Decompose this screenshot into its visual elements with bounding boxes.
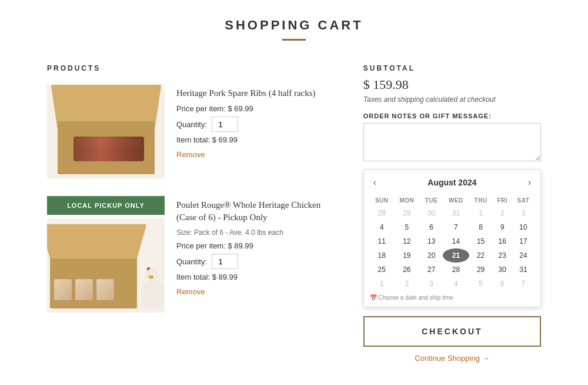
quantity-input-ribs[interactable] bbox=[212, 117, 238, 132]
calendar-day[interactable]: 31 bbox=[512, 263, 534, 277]
calendar-header: ‹ August 2024 › bbox=[370, 176, 534, 189]
checkout-button[interactable]: CHECKOUT bbox=[363, 316, 541, 347]
calendar-week-row: 1234567 bbox=[370, 277, 534, 291]
calendar-day: 31 bbox=[443, 206, 469, 220]
calendar-day[interactable]: 26 bbox=[394, 263, 420, 277]
products-section: PRODUCTS Heritage Pork Spare Ribs (4 hal… bbox=[47, 64, 340, 363]
cal-day-wed: WED bbox=[443, 195, 469, 206]
remove-link-ribs[interactable]: Remove bbox=[176, 150, 205, 159]
calendar-week-row: 18192021222324 bbox=[370, 248, 534, 263]
calendar-day[interactable]: 17 bbox=[512, 234, 534, 248]
continue-shopping-link[interactable]: Continue Shopping → bbox=[363, 354, 541, 363]
calendar-day: 6 bbox=[493, 277, 512, 291]
calendar-day: 3 bbox=[420, 277, 443, 291]
chicken-pkg-2 bbox=[75, 278, 93, 301]
product-name-ribs: Heritage Pork Spare Ribs (4 half racks) bbox=[176, 87, 340, 99]
calendar-day[interactable]: 20 bbox=[420, 248, 443, 263]
chicken-beak bbox=[149, 276, 153, 278]
products-label: PRODUCTS bbox=[47, 64, 340, 72]
calendar-day[interactable]: 13 bbox=[420, 234, 443, 248]
calendar-day[interactable]: 27 bbox=[420, 263, 443, 277]
calendar-day[interactable]: 6 bbox=[420, 220, 443, 234]
calendar-day: 30 bbox=[420, 206, 443, 220]
product-image-chicken bbox=[47, 218, 165, 313]
subtotal-section: SUBTOTAL $ 159.98 Taxes and shipping cal… bbox=[363, 64, 541, 363]
calendar-day[interactable]: 15 bbox=[469, 234, 493, 248]
calendar-footer-text: 📅 Choose a date and ship time bbox=[370, 294, 453, 301]
cal-day-sun: SUN bbox=[370, 195, 394, 206]
price-label-chicken: Price per item: bbox=[176, 241, 226, 250]
calendar-container: ‹ August 2024 › SUN MON TUE WED THU FRI … bbox=[363, 170, 541, 307]
remove-link-chicken[interactable]: Remove bbox=[176, 287, 205, 296]
calendar-day[interactable]: 8 bbox=[469, 220, 493, 234]
calendar-day[interactable]: 19 bbox=[394, 248, 420, 263]
calendar-prev-btn[interactable]: ‹ bbox=[370, 176, 380, 189]
chicken-body bbox=[141, 279, 165, 308]
product-image-wrap-ribs bbox=[47, 84, 165, 178]
product-name-chicken: Poulet Rouge® Whole Heritage Chicken (Ca… bbox=[176, 199, 340, 224]
subtotal-note: Taxes and shipping calculated at checkou… bbox=[363, 95, 541, 104]
calendar-day[interactable]: 18 bbox=[370, 248, 394, 263]
calendar-day[interactable]: 7 bbox=[443, 220, 469, 234]
calendar-day: 1 bbox=[370, 277, 394, 291]
cal-day-fri: FRI bbox=[493, 195, 512, 206]
calendar-week-row: 28293031123 bbox=[370, 206, 534, 220]
order-notes-label: ORDER NOTES OR GIFT MESSAGE: bbox=[363, 112, 541, 120]
calendar-next-btn[interactable]: › bbox=[524, 176, 534, 189]
product-details-ribs: Heritage Pork Spare Ribs (4 half racks) … bbox=[176, 84, 340, 178]
page-header: SHOPPING CART bbox=[0, 0, 588, 47]
product-item-chicken: LOCAL PICKUP ONLY bbox=[47, 196, 340, 313]
calendar-day[interactable]: 28 bbox=[443, 263, 469, 277]
local-pickup-badge: LOCAL PICKUP ONLY bbox=[47, 196, 165, 215]
chicken-bird-figure bbox=[140, 267, 165, 308]
calendar-week-row: 45678910 bbox=[370, 220, 534, 234]
calendar-day[interactable]: 24 bbox=[512, 248, 534, 263]
calendar-day: 5 bbox=[469, 277, 493, 291]
product-total-chicken: Item total: $ 89.99 bbox=[176, 273, 340, 281]
calendar-week-row: 25262728293031 bbox=[370, 263, 534, 277]
total-label-ribs: Item total: bbox=[176, 135, 210, 144]
calendar-footer: 📅 Choose a date and ship time bbox=[370, 294, 534, 301]
calendar-day[interactable]: 10 bbox=[512, 220, 534, 234]
calendar-day[interactable]: 21 bbox=[443, 248, 469, 263]
ribs-illustration bbox=[55, 89, 158, 174]
main-content: PRODUCTS Heritage Pork Spare Ribs (4 hal… bbox=[0, 47, 588, 380]
calendar-day[interactable]: 12 bbox=[394, 234, 420, 248]
ribs-meat bbox=[74, 137, 144, 161]
calendar-day: 7 bbox=[512, 277, 534, 291]
calendar-day: 29 bbox=[394, 206, 420, 220]
price-label-ribs: Price per item: bbox=[176, 104, 226, 113]
calendar-day: 1 bbox=[469, 206, 493, 220]
product-item-ribs: Heritage Pork Spare Ribs (4 half racks) … bbox=[47, 84, 340, 178]
chicken-box bbox=[50, 247, 137, 308]
calendar-day[interactable]: 23 bbox=[493, 248, 512, 263]
chicken-pkg-1 bbox=[54, 278, 72, 301]
calendar-week-row: 11121314151617 bbox=[370, 234, 534, 248]
calendar-day[interactable]: 25 bbox=[370, 263, 394, 277]
calendar-day[interactable]: 16 bbox=[493, 234, 512, 248]
quantity-input-chicken[interactable] bbox=[212, 254, 238, 269]
product-details-chicken: Poulet Rouge® Whole Heritage Chicken (Ca… bbox=[176, 196, 340, 313]
qty-label-chicken: Quantity: bbox=[176, 257, 207, 266]
product-size-chicken: Size: Pack of 6 - Ave. 4.0 lbs each bbox=[176, 228, 340, 237]
calendar-day[interactable]: 29 bbox=[469, 263, 493, 277]
calendar-day[interactable]: 30 bbox=[493, 263, 512, 277]
calendar-day[interactable]: 14 bbox=[443, 234, 469, 248]
order-notes-textarea[interactable] bbox=[363, 123, 541, 161]
calendar-day[interactable]: 11 bbox=[370, 234, 394, 248]
header-divider bbox=[282, 39, 306, 41]
qty-label-ribs: Quantity: bbox=[176, 120, 207, 129]
cal-day-tue: TUE bbox=[420, 195, 443, 206]
subtotal-label: SUBTOTAL bbox=[363, 64, 541, 72]
page-title: SHOPPING CART bbox=[0, 18, 588, 33]
calendar-day[interactable]: 4 bbox=[370, 220, 394, 234]
chicken-pkg-3 bbox=[96, 278, 115, 301]
calendar-day[interactable]: 22 bbox=[469, 248, 493, 263]
price-value-chicken: $ 89.99 bbox=[228, 241, 253, 250]
calendar-day: 4 bbox=[443, 277, 469, 291]
calendar-day[interactable]: 9 bbox=[493, 220, 512, 234]
calendar-day[interactable]: 5 bbox=[394, 220, 420, 234]
chicken-box-lid bbox=[47, 224, 147, 258]
price-value-ribs: $ 69.99 bbox=[228, 104, 253, 113]
calendar-day: 3 bbox=[512, 206, 534, 220]
